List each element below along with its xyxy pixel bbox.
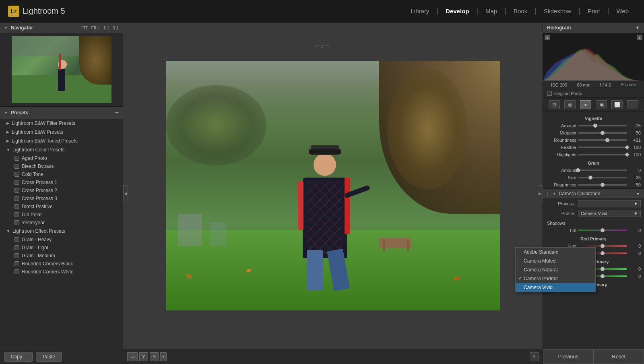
amount-thumb[interactable]: [593, 124, 597, 128]
nav-library[interactable]: Library: [403, 0, 436, 23]
preset-item-icon: [14, 204, 19, 209]
nav-develop[interactable]: Develop: [438, 0, 476, 23]
nav-web[interactable]: Web: [609, 0, 636, 23]
previous-button[interactable]: Previous: [543, 349, 594, 364]
red-hue-value: 0: [629, 244, 641, 248]
red-hue-thumb[interactable]: [601, 244, 605, 248]
spot-heal-tool[interactable]: ◎: [564, 100, 576, 109]
roundness-slider[interactable]: [578, 139, 627, 141]
navigator-header[interactable]: ▼ Navigator FIT FILL 1:1 3:1: [0, 23, 123, 33]
reset-button[interactable]: Reset: [594, 349, 644, 364]
camera-calibration-header[interactable]: ▍ ▼ Camera Calibration ▼: [543, 188, 644, 199]
preset-item-label: Cross Process 3: [22, 196, 57, 201]
tint-slider[interactable]: [578, 230, 627, 231]
zoom-fill[interactable]: FILL: [91, 25, 100, 30]
feather-slider[interactable]: [578, 147, 627, 148]
preset-direct-positive[interactable]: Direct Positive: [0, 203, 123, 211]
copy-button[interactable]: Copy...: [4, 352, 33, 362]
dropdown-camera-vivid[interactable]: Camera Vivid: [516, 283, 595, 292]
preset-grain-light[interactable]: Grain - Light: [0, 244, 123, 252]
red-sat-thumb[interactable]: [601, 251, 605, 255]
checkmark-icon: ✓: [518, 276, 522, 281]
amount-slider[interactable]: [578, 125, 627, 126]
preset-grain-medium[interactable]: Grain - Medium: [0, 252, 123, 260]
grain-amount-row: Amount 0: [543, 167, 644, 174]
histogram-chart: [543, 40, 644, 81]
detail-tool[interactable]: —: [627, 100, 638, 109]
grain-amount-slider[interactable]: [578, 170, 627, 171]
tint-thumb[interactable]: [601, 228, 605, 232]
grain-amount-value: 0: [629, 168, 641, 173]
highlights-slider[interactable]: [578, 154, 627, 155]
preset-bleach-bypass[interactable]: Bleach Bypass: [0, 162, 123, 170]
roundness-thumb[interactable]: [605, 138, 609, 142]
preset-old-polar[interactable]: Old Polar: [0, 211, 123, 219]
right-panel-collapse[interactable]: ▶: [538, 185, 543, 201]
red-hue-slider[interactable]: [578, 245, 627, 247]
view-controls: ▭ Y Y ▼: [127, 352, 167, 361]
grain-size-slider[interactable]: [578, 177, 627, 178]
preset-rounded-corners-white[interactable]: Rounded Corners White: [0, 268, 123, 276]
midpoint-thumb[interactable]: [601, 131, 605, 135]
green-sat-thumb[interactable]: [601, 274, 605, 278]
midpoint-slider[interactable]: [578, 132, 627, 134]
zoom-3-1[interactable]: 3:1: [113, 25, 119, 30]
preset-cross-process-1[interactable]: Cross Process 1: [0, 178, 123, 186]
preset-aged-photo[interactable]: Aged Photo: [0, 154, 123, 162]
nav-slideshow[interactable]: Slideshow: [537, 0, 578, 23]
histogram-header[interactable]: Histogram ▼: [543, 23, 644, 33]
profile-dropdown[interactable]: Camera Vivid ▼: [578, 210, 641, 217]
preset-yesteryear[interactable]: Yesteryear: [0, 219, 123, 227]
preset-cross-process-3[interactable]: Cross Process 3: [0, 194, 123, 203]
profile-dropdown-menu[interactable]: Adobe Standard Camera Muted Camera Natur…: [515, 247, 596, 292]
gradient-tool[interactable]: ▣: [596, 100, 607, 109]
preset-group-label: Lightroom B&W Presets: [12, 129, 63, 135]
nav-book[interactable]: Book: [506, 0, 535, 23]
preset-rounded-corners-black[interactable]: Rounded Corners Black: [0, 260, 123, 268]
preset-item-label: Bleach Bypass: [22, 163, 54, 169]
histogram-right-arrow[interactable]: ▲: [637, 35, 642, 40]
nav-menu: Library | Develop | Map | Book | Slidesh…: [403, 0, 636, 23]
preset-group-bw-toned-header[interactable]: ▶ Lightroom B&W Toned Presets: [0, 136, 123, 145]
group-expand-icon: ▼: [6, 148, 10, 152]
nav-print[interactable]: Print: [580, 0, 607, 23]
zoom-1-1[interactable]: 1:1: [103, 25, 109, 30]
process-dropdown[interactable]: ▼: [578, 200, 641, 207]
redeye-tool[interactable]: ●: [580, 100, 591, 109]
grain-amount-thumb[interactable]: [576, 168, 580, 172]
green-hue-thumb[interactable]: [601, 267, 605, 271]
nav-map[interactable]: Map: [478, 0, 504, 23]
rating-y2-button[interactable]: Y: [150, 352, 159, 361]
grain-size-thumb[interactable]: [588, 176, 592, 180]
grain-roughness-thumb[interactable]: [601, 183, 605, 187]
grid-view-button[interactable]: ▭: [127, 352, 138, 361]
preset-cross-process-2[interactable]: Cross Process 2: [0, 186, 123, 194]
midpoint-row: Midpoint 50: [543, 129, 644, 136]
brush-tool[interactable]: ⬜: [611, 100, 623, 109]
dropdown-camera-portrait[interactable]: ✓ Camera Portrait: [516, 274, 595, 283]
preset-item-icon: [14, 164, 19, 169]
presets-add-button[interactable]: +: [115, 109, 119, 116]
top-collapse-arrow[interactable]: ▲: [314, 45, 330, 49]
rating-dropdown[interactable]: ▼: [160, 352, 167, 361]
original-photo-checkbox[interactable]: [547, 91, 552, 96]
scroll-down-arrow[interactable]: ▼: [530, 352, 539, 361]
dropdown-camera-natural[interactable]: Camera Natural: [516, 265, 595, 274]
paste-button[interactable]: Paste: [36, 352, 62, 362]
dropdown-camera-muted[interactable]: Camera Muted: [516, 256, 595, 265]
preset-group-effect-header[interactable]: ▼ Lightroom Effect Presets: [0, 227, 123, 236]
preset-group-bw-filter-header[interactable]: ▶ Lightroom B&W Filter Presets: [0, 119, 123, 128]
dropdown-adobe-standard[interactable]: Adobe Standard: [516, 248, 595, 256]
grain-roughness-slider[interactable]: [578, 184, 627, 186]
preset-grain-heavy[interactable]: Grain - Heavy: [0, 236, 123, 244]
rating-y-button[interactable]: Y: [139, 352, 148, 361]
preset-cold-tone[interactable]: Cold Tone: [0, 170, 123, 178]
histogram-left-arrow[interactable]: ▲: [545, 35, 550, 40]
preset-group-bw-header[interactable]: ▶ Lightroom B&W Presets: [0, 128, 123, 136]
preset-group-color-header[interactable]: ▼ Lightroom Color Presets: [0, 145, 123, 154]
midpoint-value: 50: [629, 130, 641, 135]
zoom-fit[interactable]: FIT: [81, 25, 88, 30]
preset-group-label: Lightroom Color Presets: [12, 147, 64, 153]
left-panel-collapse[interactable]: ◀: [123, 185, 128, 201]
crop-tool[interactable]: ⊟: [549, 100, 560, 109]
